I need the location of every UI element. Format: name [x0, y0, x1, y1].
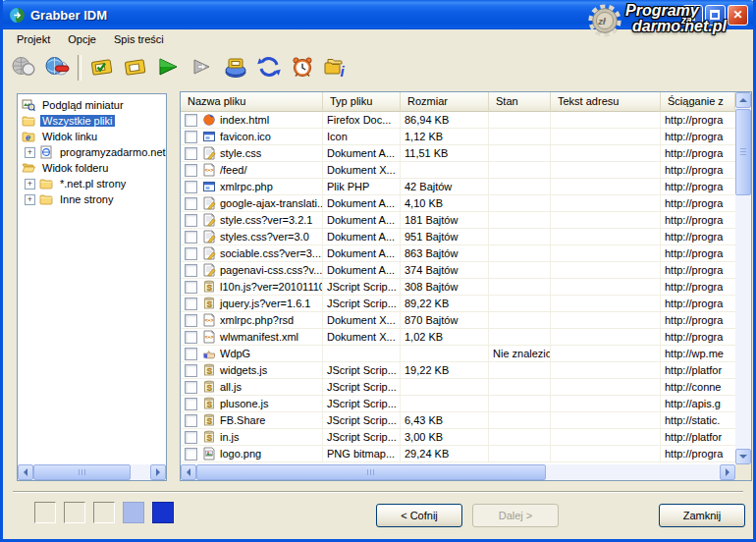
- column-header-nazwa-pliku[interactable]: Nazwa pliku: [181, 92, 323, 112]
- column-header-ściąganie-z[interactable]: Ściąganie z: [661, 92, 735, 112]
- expand-plus-icon[interactable]: +: [25, 194, 35, 205]
- row-checkbox[interactable]: [185, 398, 197, 410]
- tree-item-widok-linku[interactable]: eWidok linku: [22, 129, 166, 144]
- row-checkbox[interactable]: [185, 431, 197, 444]
- table-row[interactable]: Sl10n.js?ver=20101110JScript Scrip...308…: [181, 279, 735, 296]
- table-row[interactable]: Sjquery.js?ver=1.6.1JScript Scrip...89,2…: [181, 296, 735, 312]
- close-wizard-button[interactable]: Zamknij: [659, 504, 745, 527]
- tree-item-inne-strony[interactable]: +Inne strony: [22, 191, 166, 207]
- wizard-step-indicator: [34, 502, 174, 523]
- table-row[interactable]: Splusone.jsJScript Scrip...http://apis.g: [181, 396, 735, 412]
- toolbar-folder-info-button[interactable]: i: [319, 52, 352, 83]
- tree-horizontal-scrollbar[interactable]: [18, 464, 166, 480]
- scroll-right-button[interactable]: [720, 464, 735, 480]
- table-row[interactable]: sociable.css?ver=3....Dokument A...863 B…: [181, 245, 735, 262]
- column-header-typ-pliku[interactable]: Typ pliku: [323, 92, 401, 112]
- row-checkbox[interactable]: [185, 414, 197, 427]
- scrollbar-thumb[interactable]: [196, 464, 546, 480]
- svg-text:S: S: [206, 283, 212, 293]
- scroll-up-button[interactable]: [735, 92, 751, 108]
- row-checkbox[interactable]: [185, 298, 197, 310]
- download-url-cell: http://progra: [661, 262, 735, 278]
- toolbar-refresh-button[interactable]: [252, 52, 286, 83]
- table-row[interactable]: xmlrpc.phpPlik PHP42 Bajtówhttp://progra: [181, 179, 735, 195]
- table-row[interactable]: style.cssDokument A...11,51 KBhttp://pro…: [181, 145, 735, 162]
- row-checkbox[interactable]: [185, 264, 197, 277]
- toolbar-grab-check-button[interactable]: [85, 52, 119, 83]
- file-status-cell: [489, 145, 551, 161]
- row-checkbox[interactable]: [185, 181, 197, 193]
- row-checkbox[interactable]: [185, 147, 197, 160]
- expand-plus-icon[interactable]: +: [25, 179, 35, 190]
- table-row[interactable]: styles.css?ver=3.0Dokument A...951 Bajtó…: [181, 229, 735, 245]
- next-button[interactable]: Dalej >: [472, 504, 559, 527]
- back-button[interactable]: < Cofnij: [376, 504, 462, 527]
- tree-item-podgląd-miniatur[interactable]: Podgląd miniatur: [22, 97, 166, 113]
- column-header-tekst-adresu[interactable]: Tekst adresu: [551, 92, 661, 112]
- table-row[interactable]: Sall.jsJScript Scrip...http://conne: [181, 379, 735, 396]
- table-horizontal-scrollbar[interactable]: [181, 464, 735, 480]
- column-header-stan[interactable]: Stan: [489, 92, 551, 112]
- scrollbar-thumb[interactable]: [735, 109, 751, 195]
- expand-plus-icon[interactable]: +: [25, 147, 35, 158]
- row-checkbox[interactable]: [185, 364, 197, 377]
- menu-item-projekt[interactable]: Projekt: [8, 31, 59, 47]
- tree-item-wszystkie-pliki[interactable]: Wszystkie pliki: [22, 113, 166, 129]
- download-url-cell: http://static.: [661, 412, 735, 428]
- toolbar-start-green-button[interactable]: [152, 52, 186, 83]
- row-checkbox[interactable]: [185, 281, 197, 294]
- download-url-cell: http://progra: [661, 329, 735, 345]
- tree-item-widok-folderu[interactable]: Widok folderu: [22, 160, 166, 176]
- table-row[interactable]: <•>wlwmanifest.xmlDokument X...1,02 KBht…: [181, 329, 735, 346]
- table-row[interactable]: logo.pngPNG bitmap...29,24 KBhttp://prog…: [181, 446, 735, 462]
- toolbar-start-gray-button[interactable]: [186, 52, 219, 83]
- table-row[interactable]: google-ajax-translati...Dokument A...4,1…: [181, 195, 735, 212]
- table-row[interactable]: style.css?ver=3.2.1Dokument A...181 Bajt…: [181, 212, 735, 229]
- file-type-cell: JScript Scrip...: [323, 362, 401, 378]
- row-checkbox[interactable]: [185, 231, 197, 244]
- table-row[interactable]: <•>/feed/Dokument X...http://progra: [181, 162, 735, 179]
- row-checkbox[interactable]: [185, 381, 197, 394]
- row-checkbox[interactable]: [185, 448, 197, 461]
- toolbar-scheduler-clock-button[interactable]: [286, 52, 319, 83]
- tree-item-net-pl-strony[interactable]: +*.net.pl strony: [22, 176, 166, 191]
- row-checkbox[interactable]: [185, 164, 197, 177]
- row-checkbox[interactable]: [185, 247, 197, 260]
- scroll-left-button[interactable]: [18, 464, 33, 480]
- row-checkbox[interactable]: [185, 197, 197, 210]
- row-checkbox[interactable]: [185, 331, 197, 344]
- row-checkbox[interactable]: [185, 314, 197, 327]
- table-row[interactable]: WdpGNie znalezio...http://wp.me: [181, 346, 735, 362]
- scroll-right-button[interactable]: [150, 464, 166, 480]
- tree-item-label: programyzadarmo.net.: [58, 146, 166, 158]
- menu-item-opcje[interactable]: Opcje: [59, 31, 105, 47]
- tree-item-programyzadarmo-net[interactable]: +programyzadarmo.net.: [22, 144, 166, 160]
- table-row[interactable]: favicon.icoIcon1,12 KBhttp://progra: [181, 129, 735, 145]
- maximize-button[interactable]: [705, 5, 726, 26]
- title-bar[interactable]: Grabber IDM ✕ zł Programy za darmo.net.p…: [0, 0, 756, 29]
- toolbar-globe-remove-button[interactable]: [40, 52, 74, 83]
- file-name-cell: <•>/feed/: [181, 162, 323, 178]
- minimize-button[interactable]: [682, 5, 703, 26]
- table-row[interactable]: Swidgets.jsJScript Scrip...19,22 KBhttp:…: [181, 362, 735, 379]
- row-checkbox[interactable]: [185, 131, 197, 143]
- file-status-cell: [489, 329, 551, 345]
- row-checkbox[interactable]: [185, 348, 197, 360]
- column-header-rozmiar[interactable]: Rozmiar: [401, 92, 489, 112]
- scroll-down-button[interactable]: [735, 449, 751, 464]
- table-row[interactable]: index.htmlFirefox Doc...86,94 KBhttp://p…: [181, 112, 735, 129]
- toolbar-globe-search-button[interactable]: [7, 52, 40, 83]
- table-row[interactable]: <•>xmlrpc.php?rsdDokument X...870 Bajtów…: [181, 312, 735, 329]
- row-checkbox[interactable]: [185, 214, 197, 227]
- toolbar-export-stack-button[interactable]: [219, 52, 252, 83]
- toolbar-grab-save-button[interactable]: [119, 52, 152, 83]
- table-row[interactable]: Sin.jsJScript Scrip...3,00 KBhttp://plat…: [181, 429, 735, 446]
- menu-item-spis-treści[interactable]: Spis treści: [105, 31, 173, 47]
- scrollbar-thumb[interactable]: [33, 464, 131, 480]
- table-row[interactable]: pagenavi-css.css?v...Dokument A...374 Ba…: [181, 262, 735, 279]
- close-button[interactable]: ✕: [728, 5, 748, 26]
- row-checkbox[interactable]: [185, 114, 197, 127]
- scroll-left-button[interactable]: [181, 464, 196, 480]
- table-row[interactable]: SFB.ShareJScript Scrip...6,43 KBhttp://s…: [181, 412, 735, 429]
- vertical-scrollbar[interactable]: [735, 92, 751, 464]
